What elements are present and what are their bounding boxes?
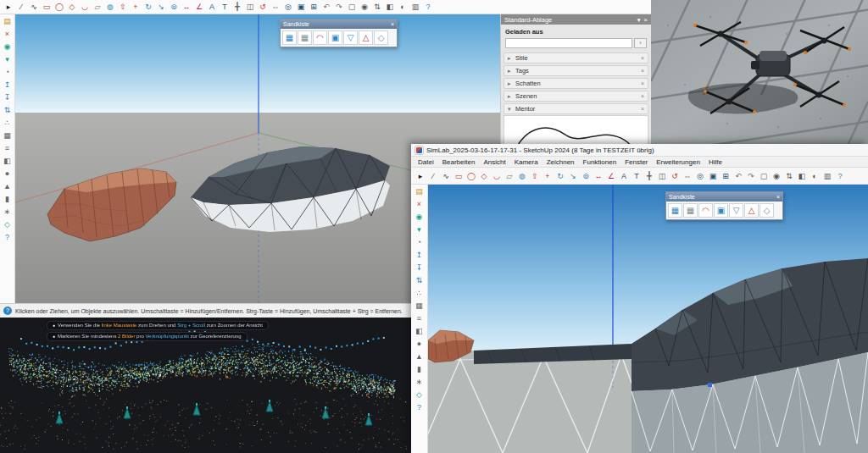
zoom-window-tool[interactable]: ▣ <box>295 1 307 13</box>
menu-item[interactable]: Kamera <box>515 158 538 166</box>
protractor-tool[interactable]: ∠ <box>605 170 617 182</box>
rectangle-tool[interactable]: ▭ <box>453 170 465 182</box>
help-button[interactable]: ? <box>834 170 846 182</box>
close-icon[interactable]: × <box>641 80 644 86</box>
zoom-tool[interactable]: ◎ <box>694 170 706 182</box>
stamp-tool[interactable]: ▣ <box>714 203 728 218</box>
close-icon[interactable]: × <box>644 16 648 24</box>
menu-item[interactable]: Ansicht <box>483 158 505 166</box>
component[interactable]: ◇ <box>2 219 14 230</box>
sphere-primitive[interactable]: ● <box>414 339 426 350</box>
select-tool[interactable]: ▸ <box>415 170 426 182</box>
zoom-extents-tool[interactable]: ⊞ <box>720 170 732 182</box>
close-icon[interactable]: × <box>776 194 780 200</box>
position-camera-tool[interactable]: ▢ <box>758 170 770 182</box>
scan-import[interactable]: ◔ <box>414 237 426 248</box>
add-detail-tool[interactable]: △ <box>359 30 373 45</box>
section-plane-tool[interactable]: ◫ <box>244 1 256 13</box>
eraser-tool[interactable]: ▱ <box>92 1 103 13</box>
menu-item[interactable]: Zeichnen <box>547 158 575 166</box>
tray-section-mentor[interactable]: ▾ Mentor × <box>504 103 648 114</box>
move-tool[interactable]: + <box>130 1 142 13</box>
arc-tool[interactable]: ◡ <box>79 1 91 13</box>
pan-tool[interactable]: ⇔ <box>682 170 693 182</box>
line-tool[interactable]: ∕ <box>15 1 27 13</box>
freehand-tool[interactable]: ∿ <box>28 1 40 13</box>
sync[interactable]: ⇅ <box>2 105 14 116</box>
from-scratch-tool[interactable]: ▦ <box>683 203 698 218</box>
menu-item[interactable]: Erweiterungen <box>656 158 700 166</box>
close-icon[interactable]: × <box>641 106 644 112</box>
next-view[interactable]: ↷ <box>745 170 757 182</box>
previous-view[interactable]: ↶ <box>320 1 332 13</box>
sync[interactable]: ⇅ <box>414 275 426 286</box>
point-cloud[interactable]: ∴ <box>2 118 14 129</box>
offset-tool[interactable]: ⊚ <box>580 170 592 182</box>
loaded-from-input[interactable] <box>505 38 632 48</box>
viewport-3d[interactable] <box>428 185 868 453</box>
tray-section-header[interactable]: ▸ Stile × <box>504 52 648 64</box>
zoom-extents-tool[interactable]: ⊞ <box>308 1 320 13</box>
zoom-tool[interactable]: ◎ <box>282 1 294 13</box>
rotate-tool[interactable]: ↻ <box>554 170 566 182</box>
component[interactable]: ◇ <box>414 389 426 401</box>
drape-tool[interactable]: ▽ <box>343 30 358 45</box>
mesh-grid[interactable]: ▦ <box>2 130 14 141</box>
walk-tool[interactable]: ⇅ <box>371 1 383 13</box>
polygon-tool[interactable]: ◇ <box>66 1 78 13</box>
smoove-tool[interactable]: ◠ <box>698 203 713 218</box>
orbit-tool[interactable]: ↺ <box>669 170 681 182</box>
tray-titlebar[interactable]: Standard-Ablage ▾ × <box>501 14 651 25</box>
cone-primitive[interactable]: ▲ <box>2 181 14 192</box>
geo-location[interactable]: ◉ <box>414 212 426 223</box>
styles-toggle[interactable]: ◧ <box>384 1 396 13</box>
cylinder-primitive[interactable]: ▮ <box>2 194 14 205</box>
next-view[interactable]: ↷ <box>333 1 345 13</box>
geo-location[interactable]: ◉ <box>2 41 14 52</box>
sandbox-toolbar-titlebar[interactable]: Sandkiste × <box>666 192 782 202</box>
title-bar[interactable]: SimLab_2025-03-16-17-17-31 - SketchUp 20… <box>411 144 868 157</box>
push-pull-tool[interactable]: ⇧ <box>117 1 129 13</box>
layers[interactable]: ≡ <box>2 143 14 154</box>
settings[interactable]: ∗ <box>414 377 426 388</box>
cloud-download[interactable]: ↧ <box>2 92 14 103</box>
close-file[interactable]: × <box>2 29 14 40</box>
3d-text-tool[interactable]: T <box>631 170 643 182</box>
walk-tool[interactable]: ⇅ <box>783 170 795 182</box>
styles-toggle[interactable]: ◧ <box>796 170 808 182</box>
flip-edge-tool[interactable]: ◇ <box>760 203 774 218</box>
look-around-tool[interactable]: ◉ <box>771 170 782 182</box>
close-icon[interactable]: × <box>391 21 394 27</box>
push-pull-tool[interactable]: ⇧ <box>529 170 541 182</box>
solid-box[interactable]: ◧ <box>414 326 426 337</box>
flip-edge-tool[interactable]: ◇ <box>374 30 388 45</box>
scale-tool[interactable]: ↘ <box>567 170 579 182</box>
load-button[interactable]: › <box>634 38 647 48</box>
shadows-toggle[interactable]: ◐ <box>809 170 821 182</box>
axes-tool[interactable]: ╋ <box>231 1 243 13</box>
open-folder[interactable]: ▤ <box>414 186 426 197</box>
zoom-window-tool[interactable]: ▣ <box>707 170 719 182</box>
text-tool[interactable]: A <box>206 1 218 13</box>
paint-bucket-tool[interactable]: ◍ <box>516 170 528 182</box>
drop-location[interactable]: ▾ <box>414 224 426 235</box>
xray-toggle[interactable]: ▥ <box>821 170 833 182</box>
cloud-download[interactable]: ↧ <box>414 262 426 273</box>
help-button[interactable]: ? <box>422 1 434 13</box>
freehand-tool[interactable]: ∿ <box>440 170 452 182</box>
tape-measure-tool[interactable]: ↔ <box>181 1 192 13</box>
sandbox-toolbar-titlebar[interactable]: Sandkiste × <box>281 19 397 29</box>
3d-text-tool[interactable]: T <box>219 1 231 13</box>
from-scratch-tool[interactable]: ▦ <box>298 30 312 45</box>
cloud-upload[interactable]: ↥ <box>2 80 14 91</box>
drape-tool[interactable]: ▽ <box>729 203 743 218</box>
menu-item[interactable]: Hilfe <box>709 158 722 166</box>
select-tool[interactable]: ▸ <box>3 1 14 13</box>
stamp-tool[interactable]: ▣ <box>328 30 342 45</box>
smoove-tool[interactable]: ◠ <box>313 30 327 45</box>
paint-bucket-tool[interactable]: ◍ <box>104 1 116 13</box>
selection-handle[interactable] <box>708 383 712 387</box>
tray-section-header[interactable]: ▸ Schatten × <box>504 78 648 89</box>
close-icon[interactable]: × <box>641 55 644 61</box>
menu-item[interactable]: Funktionen <box>583 158 617 166</box>
